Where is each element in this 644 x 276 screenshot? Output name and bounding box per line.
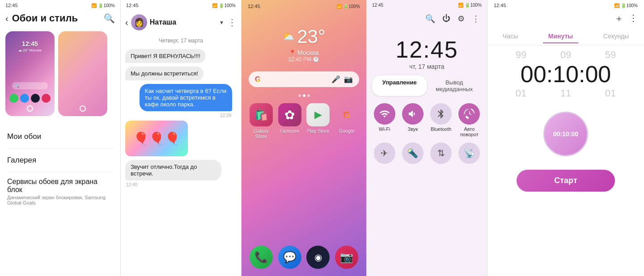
home-page-dots xyxy=(242,94,366,97)
qs-tile-data[interactable]: ⇅ xyxy=(429,142,453,164)
dock-phone[interactable]: 📞 xyxy=(249,246,274,269)
qs-tile-airplane[interactable]: ✈ xyxy=(372,142,397,164)
dock-messages[interactable]: 💬 xyxy=(277,246,302,269)
service-sub: Динамический экран блокировки, Samsung G… xyxy=(7,195,113,205)
home-search-bar[interactable]: G 🎤 📷 xyxy=(249,71,359,87)
wallpaper-menu: Мои обои Галерея Сервисы обоев для экран… xyxy=(0,120,120,216)
msg-time-4: 12:40 xyxy=(126,182,236,187)
timer-add-icon[interactable]: ＋ xyxy=(614,13,623,25)
status-icons-2: 📶 🔋100% xyxy=(212,3,236,8)
home-signal-icon: 📶 xyxy=(336,4,342,9)
mic-icon[interactable]: 🎤 xyxy=(331,75,340,84)
msg-time-3: 12:39 xyxy=(126,113,231,118)
timer-tab-minutes[interactable]: Минуты xyxy=(543,30,579,43)
galaxy-store-label: Galaxy Store xyxy=(249,128,274,139)
dot-2 xyxy=(303,94,305,97)
status-time-2: 12:45 xyxy=(126,3,139,8)
qs-date: чт, 17 марта xyxy=(367,63,487,70)
timer-colon-spacer3 xyxy=(539,88,548,99)
timer-below-m: 11 xyxy=(560,88,571,99)
status-icons-1: 📶 🔋100% xyxy=(91,3,115,8)
wp1-time: 12:45 xyxy=(22,40,38,47)
wifi-tile-label: Wi-Fi xyxy=(379,126,390,132)
timer-start-button[interactable]: Старт xyxy=(517,170,615,192)
qs-tile-torch[interactable]: 🔦 xyxy=(400,142,425,164)
qs-tile-wifi[interactable]: Wi-Fi xyxy=(372,103,397,137)
contact-dropdown-icon[interactable]: ▾ xyxy=(220,19,223,26)
timer-above-h: 99 xyxy=(516,49,526,61)
galaxy-store-icon: 🛍️ xyxy=(250,103,273,126)
msg-bubble-1: Привет! Я ВЕРНУЛАСЬ!!!! xyxy=(125,49,206,63)
phone-icon: 📞 xyxy=(250,246,273,269)
dock-camera[interactable]: 📷 xyxy=(334,246,359,269)
timer-battery-icon: 🔋100% xyxy=(621,3,638,8)
qs-tile-rotate[interactable]: Авто поворот xyxy=(457,103,482,137)
play-store-icon: ▶ xyxy=(306,103,330,126)
msg-more-icon[interactable]: ⋮ xyxy=(228,17,237,28)
torch-tile-icon: 🔦 xyxy=(402,142,424,164)
timer-circle: 00:10:00 xyxy=(543,112,588,156)
qs-header-icons: 🔍 ⏻ ⚙ ⋮ xyxy=(367,10,487,27)
qs-status-time: 12:45 xyxy=(372,3,383,8)
timer-colon-spacer1 xyxy=(539,49,548,61)
qs-tab-control[interactable]: Управление xyxy=(372,75,427,96)
lens-icon[interactable]: 📷 xyxy=(344,75,353,84)
wifi-tile-icon xyxy=(374,103,395,125)
timer-main-display: 00 : 10 : 00 xyxy=(487,61,644,88)
app-galaxy-store[interactable]: 🛍️ Galaxy Store xyxy=(249,103,274,139)
location-icon: 📍 xyxy=(289,50,296,56)
qs-clock: 12:45 чт, 17 марта xyxy=(367,27,487,72)
google-g-icon: G xyxy=(255,75,260,84)
bluetooth-tile-label: Bluetooth xyxy=(431,126,451,132)
timer-main-h: 00 xyxy=(521,61,547,88)
qs-tile-bluetooth[interactable]: Bluetooth xyxy=(429,103,453,137)
dot-1 xyxy=(298,94,301,97)
timer-tab-hours[interactable]: Часы xyxy=(497,30,523,43)
signal-icon-2: 📶 xyxy=(212,3,217,8)
timer-panel: 12:45 📶 🔋100% ＋ ⋮ Часы Минуты Секунды 99… xyxy=(487,0,644,276)
wallpaper-title: Обои и стиль xyxy=(12,13,100,24)
timer-status-icons: 📶 🔋100% xyxy=(614,3,638,8)
timer-signal-icon: 📶 xyxy=(614,3,619,8)
qs-tile-hotspot[interactable]: 📡 xyxy=(457,142,482,164)
timer-above-s: 59 xyxy=(605,49,616,61)
app-google[interactable]: G Google xyxy=(334,103,359,139)
wallpaper-preview-1[interactable]: 12:45 ☁ 23° Москва 🔍 xyxy=(5,31,55,116)
qs-tabs: Управление Вывод медиаданных xyxy=(367,72,487,100)
qs-more-icon[interactable]: ⋮ xyxy=(472,14,480,24)
timer-below-h: 01 xyxy=(516,88,526,99)
wp1-indicator xyxy=(27,105,33,112)
timer-colon-2: : xyxy=(579,61,585,88)
home-city: Москва xyxy=(297,49,319,56)
wallpaper-panel: 12:45 📶 🔋100% ‹ Обои и стиль 🔍 12:45 ☁ 2… xyxy=(0,0,121,276)
status-bar-1: 12:45 📶 🔋100% xyxy=(0,0,120,11)
timer-main-m: 10 xyxy=(553,61,579,88)
timer-circle-area: 00:10:00 xyxy=(487,103,644,165)
app-gallery[interactable]: ✿ Галерея xyxy=(277,103,302,139)
timer-scroll-below: 01 11 01 xyxy=(487,88,644,103)
qs-search-icon[interactable]: 🔍 xyxy=(425,14,435,24)
balloon-emoji: 🎈🎈🎈 xyxy=(133,131,180,146)
service-item[interactable]: Сервисы обоев для экрана блок Динамическ… xyxy=(7,172,113,211)
messenger-panel: 12:45 📶 🔋100% ‹ 👩 Наташа ▾ ⋮ Четверг, 17… xyxy=(121,0,242,276)
app-play-store[interactable]: ▶ Play Store xyxy=(306,103,331,139)
timer-main-s: 00 xyxy=(585,61,611,88)
qs-settings-icon[interactable]: ⚙ xyxy=(458,14,465,24)
timer-tab-seconds[interactable]: Секунды xyxy=(598,30,634,43)
home-battery-icon: 🔋100% xyxy=(343,4,360,9)
back-icon-1[interactable]: ‹ xyxy=(5,13,8,24)
gallery-item[interactable]: Галерея xyxy=(7,149,113,172)
gallery-icon: ✿ xyxy=(278,103,301,126)
dock-assistant[interactable]: ◉ xyxy=(306,246,331,269)
timer-more-icon[interactable]: ⋮ xyxy=(629,13,638,25)
wallpaper-preview-2[interactable] xyxy=(58,31,107,116)
timer-col-m-below: 11 xyxy=(548,88,584,99)
msg-back-icon[interactable]: ‹ xyxy=(125,17,128,28)
wp1-dock xyxy=(9,94,51,103)
my-wallpapers-item[interactable]: Мои обои xyxy=(7,125,113,149)
qs-tile-sound[interactable]: Звук xyxy=(400,103,425,137)
qs-power-icon[interactable]: ⏻ xyxy=(442,14,450,24)
search-icon-1[interactable]: 🔍 xyxy=(104,13,115,24)
home-weather: ⛅ 23° 📍 Москва 12:45 PM 🕐 xyxy=(242,13,366,67)
qs-tab-media[interactable]: Вывод медиаданных xyxy=(427,75,482,96)
